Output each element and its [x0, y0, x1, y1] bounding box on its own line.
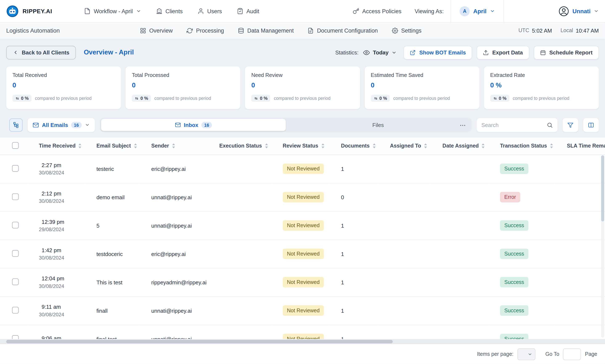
user-menu[interactable]: Unnati: [559, 6, 599, 17]
filter-button[interactable]: [563, 118, 578, 132]
table-row[interactable]: 9:06 am final test unnati@rippey.ai Not …: [0, 325, 605, 339]
cell-time-received: 12:04 pm 30/08/2024: [27, 268, 85, 296]
vertical-scrollbar[interactable]: [601, 155, 604, 338]
show-bot-emails-label: Show BOT Emails: [419, 49, 466, 56]
envelope-icon: [175, 122, 181, 128]
cell-sender: unnati@rippey.ai: [140, 183, 208, 211]
table-row[interactable]: 2:27 pm 30/08/2024 testeric eric@rippey.…: [0, 155, 605, 183]
mailbox-dropdown[interactable]: All Emails 16: [27, 118, 95, 132]
row-checkbox[interactable]: [12, 250, 18, 256]
row-checkbox[interactable]: [12, 165, 18, 171]
stat-delta-value: 0 %: [499, 96, 507, 101]
cell-email-subject: testeric: [85, 155, 140, 183]
rippey-logo-icon: [6, 5, 19, 17]
refresh-icon: [187, 27, 193, 34]
row-checkbox[interactable]: [12, 278, 18, 285]
search-input[interactable]: [481, 122, 547, 128]
cell-assigned-to: [378, 211, 431, 240]
nav-clients[interactable]: Clients: [156, 8, 183, 14]
cell-assigned-to: [378, 268, 431, 296]
horizontal-scrollbar-thumb[interactable]: [6, 340, 393, 343]
back-to-clients-button[interactable]: Back to All Clients: [6, 46, 76, 59]
up-down-arrows-icon: [493, 96, 497, 100]
cell-sla-time: [555, 155, 605, 183]
table-row[interactable]: 12:39 pm 29/08/2024 5 unnati@rippey.ai N…: [0, 211, 605, 240]
cell-assigned-to: [378, 240, 431, 268]
workflow-file-icon: [84, 8, 91, 14]
stat-card: Extracted Rate 0 % 0 % compared to previ…: [484, 66, 599, 109]
horizontal-scrollbar[interactable]: [0, 339, 605, 344]
column-header[interactable]: Sender: [140, 137, 208, 155]
column-header[interactable]: Assigned To: [378, 137, 431, 155]
client-name: Logistics Automation: [6, 27, 60, 34]
table-row[interactable]: 12:04 pm 30/08/2024 This is test rippeya…: [0, 268, 605, 296]
column-header[interactable]: Date Assigned: [431, 137, 488, 155]
column-header[interactable]: Email Subject: [85, 137, 140, 155]
table-row[interactable]: 2:12 pm 30/08/2024 demo email unnati@rip…: [0, 183, 605, 211]
chevron-left-icon: [13, 50, 18, 55]
page-label: Page: [585, 351, 597, 357]
client-tabs: Overview Processing Data Management Docu…: [140, 27, 422, 34]
tab-files-label: Files: [372, 122, 384, 128]
nav-workflow-label: Workflow - April: [94, 8, 133, 14]
row-checkbox[interactable]: [12, 193, 18, 200]
up-down-arrows-icon: [373, 96, 377, 100]
nav-users[interactable]: Users: [198, 8, 222, 14]
nav-audit[interactable]: Audit: [237, 8, 259, 14]
export-data-button[interactable]: Export Data: [477, 46, 529, 59]
column-header[interactable]: Transaction Status: [488, 137, 555, 155]
column-header[interactable]: SLA Time Rema: [555, 137, 605, 155]
stat-card-value: 0: [251, 81, 354, 89]
cell-documents: 1: [329, 155, 378, 183]
more-options-button[interactable]: …: [460, 121, 466, 127]
cell-transaction-status: Error: [488, 183, 555, 211]
sort-icon: [321, 143, 324, 148]
columns-button[interactable]: [583, 118, 599, 132]
row-checkbox[interactable]: [12, 307, 18, 313]
primary-nav: Workflow - April Clients Users: [84, 8, 259, 14]
brand[interactable]: RIPPEY.AI: [6, 5, 52, 17]
go-to-page-input[interactable]: [563, 348, 581, 360]
cell-execution-status: [208, 325, 271, 339]
select-all-checkbox[interactable]: [12, 142, 18, 149]
viewing-as-selector[interactable]: A April: [451, 0, 504, 22]
tab-document-configuration[interactable]: Document Configuration: [308, 27, 378, 34]
tab-files[interactable]: Files: [286, 119, 470, 131]
column-header[interactable]: Review Status: [271, 137, 329, 155]
column-header[interactable]: Documents: [329, 137, 378, 155]
cell-assigned-to: [378, 183, 431, 211]
tab-overview[interactable]: Overview: [140, 27, 173, 34]
export-data-label: Export Data: [492, 49, 523, 56]
nav-access-policies[interactable]: Access Policies: [352, 8, 401, 14]
cell-execution-status: [208, 296, 271, 325]
tab-inbox[interactable]: Inbox 16: [101, 119, 286, 131]
chevron-down-icon: [136, 9, 141, 14]
schedule-report-button[interactable]: Schedule Report: [534, 46, 599, 59]
row-checkbox[interactable]: [12, 335, 18, 339]
table-row[interactable]: 9:11 am 30/08/2024 finall unnati@rippey.…: [0, 296, 605, 325]
items-per-page-select[interactable]: [517, 348, 535, 360]
stat-card-value: 0: [371, 81, 473, 89]
pagination-bar: Items per page: Go To Page: [0, 344, 605, 364]
table-row[interactable]: 1:42 pm 30/08/2024 testdoceric eric@ripp…: [0, 240, 605, 268]
tab-data-management[interactable]: Data Management: [238, 27, 294, 34]
cell-documents: 1: [329, 296, 378, 325]
statistics-period-dropdown[interactable]: Today: [363, 49, 397, 56]
tab-processing[interactable]: Processing: [187, 27, 224, 34]
transaction-status-badge: Success: [500, 305, 528, 316]
tab-settings[interactable]: Settings: [392, 27, 422, 34]
row-checkbox[interactable]: [12, 221, 18, 228]
nav-workflow[interactable]: Workflow - April: [84, 8, 141, 14]
column-header[interactable]: Execution Status: [208, 137, 271, 155]
vertical-scrollbar-thumb[interactable]: [601, 155, 604, 221]
cell-sender: unnati@rippey.ai: [140, 296, 208, 325]
cell-email-subject: testdoceric: [85, 240, 140, 268]
tree-view-button[interactable]: [9, 118, 23, 131]
cell-date-assigned: [431, 268, 488, 296]
cell-sla-time: [555, 296, 605, 325]
transaction-status-badge: Success: [500, 277, 528, 287]
column-header[interactable]: Time Received: [27, 137, 85, 155]
show-bot-emails-button[interactable]: Show BOT Emails: [404, 46, 472, 59]
stat-delta-value: 0 %: [141, 96, 148, 101]
cell-sender: unnati@rippey.ai: [140, 211, 208, 240]
